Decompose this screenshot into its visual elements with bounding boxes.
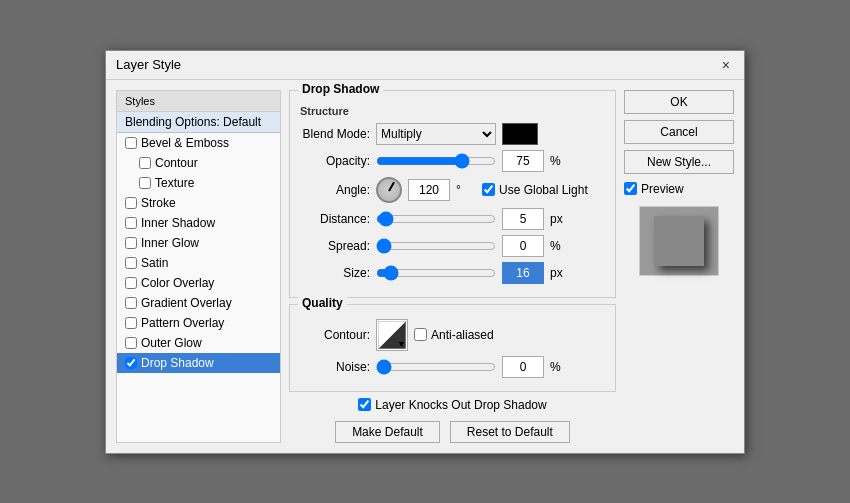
blend-mode-select[interactable]: Multiply <box>376 123 496 145</box>
sidebar-item-stroke[interactable]: Stroke <box>117 193 280 213</box>
opacity-input[interactable] <box>502 150 544 172</box>
color-overlay-checkbox[interactable] <box>125 277 137 289</box>
drop-shadow-label: Drop Shadow <box>141 356 214 370</box>
sidebar-item-blending-options[interactable]: Blending Options: Default <box>117 112 280 133</box>
size-row: Size: px <box>300 262 605 284</box>
layer-knocks-text: Layer Knocks Out Drop Shadow <box>375 398 546 412</box>
noise-label: Noise: <box>300 360 370 374</box>
pattern-overlay-checkbox[interactable] <box>125 317 137 329</box>
opacity-label: Opacity: <box>300 154 370 168</box>
contour-label: Contour: <box>300 328 370 342</box>
contour-row: Contour: ▼ Anti-aliased <box>300 319 605 351</box>
ok-button[interactable]: OK <box>624 90 734 114</box>
noise-unit: % <box>550 360 570 374</box>
bevel-emboss-checkbox[interactable] <box>125 137 137 149</box>
make-default-button[interactable]: Make Default <box>335 421 440 443</box>
preview-label: Preview <box>641 182 684 196</box>
close-button[interactable]: × <box>718 57 734 73</box>
reset-to-default-button[interactable]: Reset to Default <box>450 421 570 443</box>
angle-dial[interactable] <box>376 177 402 203</box>
opacity-unit: % <box>550 154 570 168</box>
sidebar: Styles Blending Options: Default Bevel &… <box>116 90 281 443</box>
bevel-emboss-label: Bevel & Emboss <box>141 136 229 150</box>
size-slider[interactable] <box>376 266 496 280</box>
dialog-title: Layer Style <box>116 57 181 72</box>
size-input[interactable] <box>502 262 544 284</box>
sidebar-item-bevel-emboss[interactable]: Bevel & Emboss <box>117 133 280 153</box>
contour-checkbox[interactable] <box>139 157 151 169</box>
inner-shadow-label: Inner Shadow <box>141 216 215 230</box>
preview-inner <box>654 216 704 266</box>
drop-shadow-section-title: Drop Shadow <box>298 82 383 96</box>
drop-shadow-section: Drop Shadow Structure Blend Mode: Multip… <box>289 90 616 298</box>
gradient-overlay-checkbox[interactable] <box>125 297 137 309</box>
quality-section: Quality Contour: ▼ <box>289 304 616 392</box>
blending-options-label: Blending Options: Default <box>125 115 261 129</box>
angle-unit: ° <box>456 183 476 197</box>
sidebar-item-inner-shadow[interactable]: Inner Shadow <box>117 213 280 233</box>
new-style-button[interactable]: New Style... <box>624 150 734 174</box>
angle-label: Angle: <box>300 183 370 197</box>
sidebar-item-texture[interactable]: Texture <box>117 173 280 193</box>
spread-input[interactable] <box>502 235 544 257</box>
preview-row: Preview <box>624 182 734 196</box>
noise-input[interactable] <box>502 356 544 378</box>
quality-section-title: Quality <box>298 296 347 310</box>
sidebar-header: Styles <box>117 91 280 112</box>
anti-aliased-label[interactable]: Anti-aliased <box>414 328 494 342</box>
opacity-row: Opacity: % <box>300 150 605 172</box>
layer-knocks-label[interactable]: Layer Knocks Out Drop Shadow <box>358 398 546 412</box>
noise-slider[interactable] <box>376 360 496 374</box>
color-overlay-label: Color Overlay <box>141 276 214 290</box>
satin-label: Satin <box>141 256 168 270</box>
distance-slider[interactable] <box>376 212 496 226</box>
anti-aliased-text: Anti-aliased <box>431 328 494 342</box>
spread-unit: % <box>550 239 570 253</box>
outer-glow-checkbox[interactable] <box>125 337 137 349</box>
stroke-label: Stroke <box>141 196 176 210</box>
angle-input[interactable] <box>408 179 450 201</box>
main-panel: Drop Shadow Structure Blend Mode: Multip… <box>289 90 616 443</box>
texture-checkbox[interactable] <box>139 177 151 189</box>
distance-input[interactable] <box>502 208 544 230</box>
sidebar-item-inner-glow[interactable]: Inner Glow <box>117 233 280 253</box>
angle-row: Angle: ° Use Global Light <box>300 177 605 203</box>
stroke-checkbox[interactable] <box>125 197 137 209</box>
sidebar-item-color-overlay[interactable]: Color Overlay <box>117 273 280 293</box>
size-unit: px <box>550 266 570 280</box>
spread-slider[interactable] <box>376 239 496 253</box>
dialog-body: Styles Blending Options: Default Bevel &… <box>106 80 744 453</box>
drop-shadow-checkbox[interactable] <box>125 357 137 369</box>
sidebar-item-gradient-overlay[interactable]: Gradient Overlay <box>117 293 280 313</box>
inner-glow-checkbox[interactable] <box>125 237 137 249</box>
sidebar-item-satin[interactable]: Satin <box>117 253 280 273</box>
contour-label: Contour <box>155 156 198 170</box>
right-panel: OK Cancel New Style... Preview <box>624 90 734 443</box>
distance-unit: px <box>550 212 570 226</box>
sidebar-item-drop-shadow[interactable]: Drop Shadow <box>117 353 280 373</box>
sidebar-item-contour[interactable]: Contour <box>117 153 280 173</box>
distance-row: Distance: px <box>300 208 605 230</box>
inner-glow-label: Inner Glow <box>141 236 199 250</box>
anti-aliased-checkbox[interactable] <box>414 328 427 341</box>
spread-label: Spread: <box>300 239 370 253</box>
color-swatch[interactable] <box>502 123 538 145</box>
cancel-button[interactable]: Cancel <box>624 120 734 144</box>
contour-thumbnail[interactable]: ▼ <box>376 319 408 351</box>
satin-checkbox[interactable] <box>125 257 137 269</box>
footer-area: Layer Knocks Out Drop Shadow Make Defaul… <box>289 398 616 443</box>
layer-knocks-checkbox[interactable] <box>358 398 371 411</box>
blend-mode-label: Blend Mode: <box>300 127 370 141</box>
noise-row: Noise: % <box>300 356 605 378</box>
use-global-light-label[interactable]: Use Global Light <box>482 183 588 197</box>
use-global-light-checkbox[interactable] <box>482 183 495 196</box>
inner-shadow-checkbox[interactable] <box>125 217 137 229</box>
sidebar-item-outer-glow[interactable]: Outer Glow <box>117 333 280 353</box>
layer-style-dialog: Layer Style × Styles Blending Options: D… <box>105 50 745 454</box>
opacity-slider[interactable] <box>376 154 496 168</box>
spread-row: Spread: % <box>300 235 605 257</box>
size-label: Size: <box>300 266 370 280</box>
preview-checkbox[interactable] <box>624 182 637 195</box>
sidebar-item-pattern-overlay[interactable]: Pattern Overlay <box>117 313 280 333</box>
pattern-overlay-label: Pattern Overlay <box>141 316 224 330</box>
